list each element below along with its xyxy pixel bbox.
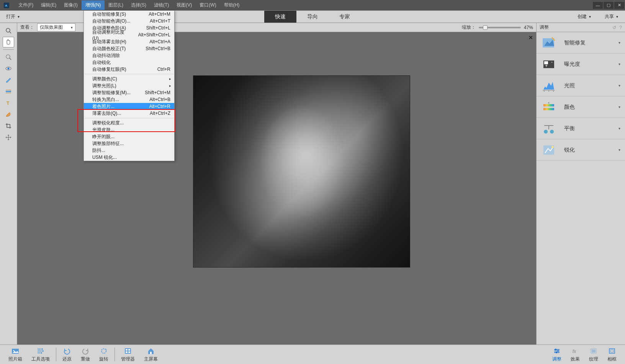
- home-button[interactable]: 主屏幕: [139, 347, 162, 362]
- move-tool[interactable]: [3, 132, 14, 143]
- open-button[interactable]: 打开: [0, 11, 26, 23]
- adjust-label: 锐化: [564, 147, 575, 153]
- bottom-bar: 照片箱 工具选项 还原 重做 旋转 管理器 主屏幕 调整 fx效果 纹理 相框: [0, 344, 625, 364]
- menu-select[interactable]: 选择(S): [127, 0, 150, 10]
- whiten-tool[interactable]: [3, 75, 14, 85]
- create-button[interactable]: 创建: [571, 11, 598, 23]
- svg-point-33: [101, 349, 106, 353]
- dropdown-item[interactable]: 自动智能修复(S)Alt+Ctrl+M: [84, 11, 174, 18]
- menu-layer[interactable]: 图层(L): [105, 0, 127, 10]
- dropdown-item[interactable]: 自动调整对比度(U)Alt+Shift+Ctrl+L: [84, 31, 174, 38]
- photo-bin-button[interactable]: 照片箱: [4, 347, 27, 362]
- right-panel-header: 调整 ↺ ?: [537, 23, 625, 32]
- menu-edit[interactable]: 编辑(E): [37, 0, 60, 10]
- svg-point-3: [6, 55, 10, 59]
- chevron-down-icon: ▾: [618, 126, 620, 131]
- hand-tool[interactable]: [3, 37, 14, 47]
- dropdown-item[interactable]: 调整光照(L): [84, 82, 174, 89]
- dropdown-item[interactable]: 自动抖动消除: [84, 52, 174, 59]
- dropdown-item[interactable]: 自动修复红眼(R)Ctrl+R: [84, 66, 174, 73]
- view-mode-select[interactable]: 仅限效果图: [37, 23, 75, 31]
- svg-point-19: [553, 91, 554, 91]
- redeye-tool[interactable]: [3, 63, 14, 74]
- reset-icon[interactable]: ↺: [612, 25, 616, 30]
- adjust-row[interactable]: +-曝光度▾: [537, 54, 625, 75]
- redo-button[interactable]: 重做: [76, 347, 95, 362]
- adjust-icon: [541, 121, 556, 136]
- svg-point-25: [550, 130, 554, 134]
- right-actions: 创建 共享: [571, 11, 625, 23]
- document-image[interactable]: [193, 75, 410, 268]
- svg-point-17: [544, 91, 545, 91]
- dropdown-item[interactable]: 自动智能色调(O)...Alt+Ctrl+T: [84, 18, 174, 24]
- dropdown-item[interactable]: 防抖...: [84, 147, 174, 154]
- text-tool[interactable]: T: [3, 98, 14, 108]
- adjust-row[interactable]: 智能修复▾: [537, 32, 625, 54]
- chevron-down-icon: ▾: [618, 105, 620, 109]
- zoom-tool[interactable]: [3, 25, 14, 36]
- dropdown-item[interactable]: 自动锐化: [84, 59, 174, 66]
- crop-tool[interactable]: [3, 121, 14, 131]
- dropdown-item[interactable]: 调整颜色(C): [84, 75, 174, 82]
- undo-icon: [63, 347, 71, 355]
- adjust-label: 智能修复: [564, 39, 586, 46]
- mode-tabs: 快速 导向 专家: [264, 11, 361, 23]
- dropdown-item[interactable]: 转换为黑白...Alt+Ctrl+B: [84, 96, 174, 103]
- straighten-tool[interactable]: [3, 86, 14, 97]
- organizer-button[interactable]: 管理器: [116, 347, 139, 362]
- svg-rect-39: [150, 352, 152, 354]
- quick-select-tool[interactable]: [3, 52, 14, 62]
- zoom-value: 47%: [524, 25, 533, 30]
- close-document-icon[interactable]: ✕: [528, 34, 533, 41]
- adjust-row[interactable]: 颜色▾: [537, 96, 625, 118]
- svg-rect-20: [543, 104, 554, 106]
- zoom-slider[interactable]: [479, 27, 521, 28]
- menu-window[interactable]: 窗口(W): [196, 0, 220, 10]
- tab-frame[interactable]: 相框: [603, 347, 621, 362]
- dropdown-item[interactable]: 薄雾去除(Q)...Alt+Ctrl+Z: [84, 110, 174, 117]
- tab-expert[interactable]: 专家: [329, 11, 361, 23]
- dropdown-item[interactable]: 自动颜色校正(T)Shift+Ctrl+B: [84, 45, 174, 52]
- help-icon[interactable]: ?: [619, 25, 622, 30]
- adjust-row[interactable]: 平衡▾: [537, 118, 625, 139]
- maximize-button[interactable]: ▢: [604, 2, 614, 9]
- adjust-label: 颜色: [564, 104, 575, 111]
- menu-help[interactable]: 帮助(H): [220, 0, 244, 10]
- chevron-down-icon: ▾: [618, 148, 620, 152]
- dropdown-item[interactable]: 光滑皮肤...: [84, 126, 174, 133]
- menu-image[interactable]: 图像(I): [60, 0, 81, 10]
- tab-effects[interactable]: fx效果: [566, 347, 584, 362]
- tab-guided[interactable]: 导向: [296, 11, 329, 23]
- rotate-button[interactable]: 旋转: [95, 347, 113, 362]
- minimize-button[interactable]: —: [593, 2, 603, 9]
- share-button[interactable]: 共享: [598, 11, 625, 23]
- close-button[interactable]: ✕: [614, 2, 624, 9]
- tab-adjust[interactable]: 调整: [548, 347, 566, 362]
- dropdown-item[interactable]: 调整智能修复(M)...Shift+Ctrl+M: [84, 89, 174, 96]
- tool-options-button[interactable]: 工具选项: [27, 347, 54, 362]
- menu-file[interactable]: 文件(F): [15, 0, 37, 10]
- svg-point-18: [548, 91, 549, 91]
- menu-view[interactable]: 视图(V): [173, 0, 196, 10]
- adjust-row[interactable]: 光照▾: [537, 75, 625, 96]
- tool-options-icon: [36, 347, 45, 355]
- dropdown-item[interactable]: 着色照片...Alt+Ctrl+R: [84, 103, 174, 110]
- svg-text:T: T: [7, 101, 10, 106]
- dropdown-item[interactable]: 自动薄雾去除(H)Alt+Ctrl+A: [84, 38, 174, 45]
- dropdown-item[interactable]: 调整锐化程度...: [84, 119, 174, 126]
- undo-button[interactable]: 还原: [58, 347, 76, 362]
- spot-heal-tool[interactable]: [3, 109, 14, 120]
- enhance-dropdown[interactable]: 自动智能修复(S)Alt+Ctrl+M自动智能色调(O)...Alt+Ctrl+…: [83, 10, 175, 161]
- view-label: 查看：: [20, 24, 34, 31]
- dropdown-item[interactable]: 调整脸部特征...: [84, 140, 174, 147]
- tab-quick[interactable]: 快速: [264, 11, 296, 23]
- right-panel-title: 调整: [540, 24, 549, 31]
- dropdown-item[interactable]: 睁开闭眼...: [84, 133, 174, 140]
- svg-rect-36: [128, 349, 130, 351]
- tab-texture[interactable]: 纹理: [584, 347, 603, 362]
- dropdown-item[interactable]: USM 锐化...: [84, 154, 174, 161]
- titlebar: 文件(F) 编辑(E) 图像(I) 增强(N) 图层(L) 选择(S) 滤镜(T…: [0, 0, 625, 10]
- menu-enhance[interactable]: 增强(N): [82, 0, 105, 10]
- menu-filter[interactable]: 滤镜(T): [150, 0, 173, 10]
- adjust-row[interactable]: 锐化▾: [537, 139, 625, 161]
